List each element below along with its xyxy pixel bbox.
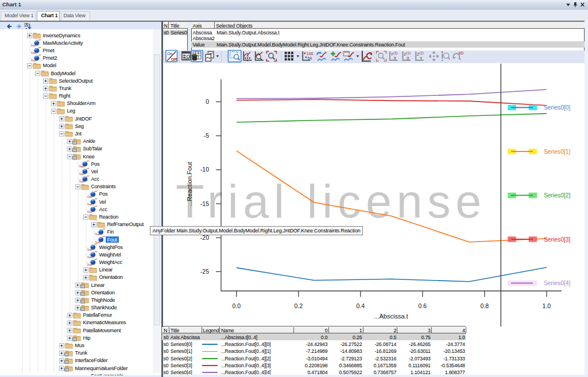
svg-text:float: float [31,52,36,55]
svg-text:On: On [167,52,172,56]
svg-text:A: A [25,23,28,26]
svg-text:Series0[2]: Series0[2] [544,192,571,199]
svg-text:54: 54 [307,56,312,60]
svg-text:...Reaction.Fout: ...Reaction.Fout [186,162,193,207]
svg-text:float: float [87,248,92,251]
svg-text:0.4: 0.4 [356,302,365,309]
svg-text:Y: Y [419,56,422,61]
svg-text:-15: -15 [200,200,209,207]
svg-text:0.6: 0.6 [419,302,427,309]
svg-text:float: float [95,241,100,244]
svg-text:X: X [393,56,396,61]
svg-text:-10: -10 [200,166,209,173]
svg-text:float: float [79,165,84,168]
svg-text:float: float [31,59,36,62]
svg-text:float: float [79,180,84,183]
svg-text:float: float [87,203,92,206]
svg-text:Series0[0]: Series0[0] [544,104,571,111]
svg-text:-25: -25 [200,268,209,275]
svg-text:Series0[1]: Series0[1] [544,149,571,155]
svg-text:float: float [87,256,92,259]
svg-text:0.0: 0.0 [232,302,241,309]
svg-text:float: float [79,173,84,176]
svg-text:float: float [95,234,100,236]
svg-text:0.2: 0.2 [294,302,303,309]
svg-text:Off: Off [171,57,177,61]
svg-text:float: float [87,196,92,199]
svg-text:X: X [407,56,409,61]
svg-text:float: float [31,44,36,47]
svg-text:Series0[3]: Series0[3] [544,236,571,243]
svg-text:0.8: 0.8 [481,302,489,309]
svg-text:-5: -5 [204,132,209,139]
svg-text:...Abscissa.t: ...Abscissa.t [374,313,408,320]
svg-text:Series0[4]: Series0[4] [544,280,571,286]
svg-text:1.0: 1.0 [543,302,551,309]
svg-text:148: 148 [306,52,313,56]
svg-text:0: 0 [206,98,209,105]
svg-text:3D: 3D [458,50,463,56]
svg-text:float: float [87,263,92,266]
svg-text:float: float [87,211,92,213]
